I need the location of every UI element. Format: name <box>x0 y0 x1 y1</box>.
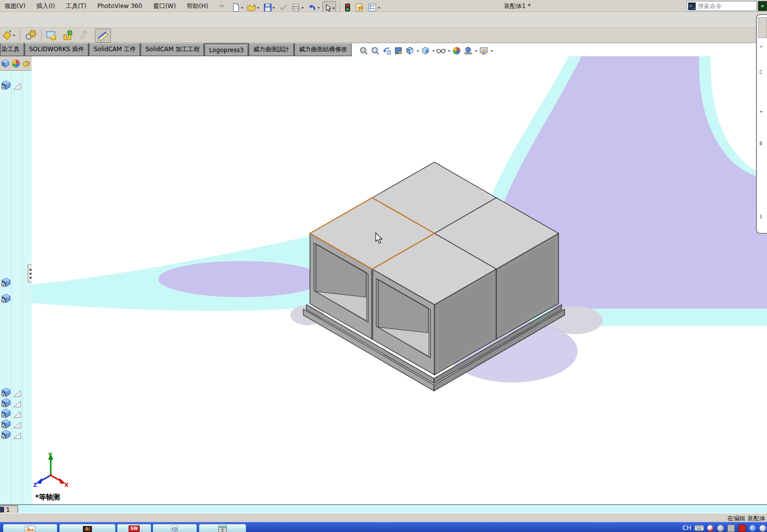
task-pane-header <box>758 17 767 38</box>
insert-component-button[interactable]: ▾ <box>2 29 16 42</box>
system-tray: CH <box>683 523 766 532</box>
taskbar-app-illustrator[interactable]: Ai <box>59 524 116 532</box>
keyboard-icon[interactable] <box>695 525 704 531</box>
component-icon[interactable] <box>1 294 11 304</box>
zoom-to-area-icon <box>371 46 380 55</box>
edit-appearance-button[interactable] <box>452 46 462 56</box>
plane-icon[interactable] <box>13 410 23 420</box>
previous-view-button[interactable] <box>382 46 392 56</box>
search-icon: >_ <box>688 3 696 10</box>
active-tool-icon <box>96 30 109 41</box>
edit-appearance-icon <box>452 46 461 55</box>
zoom-to-fit-button[interactable] <box>359 46 369 56</box>
tab-solidcam-operations[interactable]: SolidCAM 加工工程 <box>141 43 204 56</box>
tab-logopress3[interactable]: Logopress3 <box>204 45 248 56</box>
move-component-icon <box>62 30 74 41</box>
view-orientation-button[interactable] <box>405 46 415 56</box>
mate-button[interactable] <box>24 29 38 42</box>
display-style-icon <box>421 46 430 55</box>
tray-icon-blue-sphere[interactable] <box>749 525 756 531</box>
status-bar: 在编辑 装配体 <box>0 513 767 522</box>
heads-up-toolbar: ▾ ▾ ▾ ▾ ▾ <box>359 45 493 56</box>
component-icon[interactable] <box>1 278 11 288</box>
component-icon[interactable] <box>1 409 11 419</box>
move-component-button[interactable] <box>61 29 75 42</box>
component-preview-button[interactable] <box>45 29 59 42</box>
insert-component-icon <box>3 30 13 41</box>
tray-icon-camera[interactable] <box>717 525 724 531</box>
view-orientation-dropdown[interactable]: ▾ <box>417 49 419 53</box>
disabled-icon <box>279 3 288 12</box>
feature-tree-tab[interactable] <box>1 59 10 68</box>
zoom-to-area-button[interactable] <box>370 46 380 56</box>
tab-power-surface-edit[interactable]: 威力曲面結構修改 <box>294 43 352 56</box>
section-view-button[interactable] <box>393 46 403 56</box>
apply-scene-button[interactable] <box>463 46 473 56</box>
tab-solidcam-part[interactable]: SolidCAM 工件 <box>89 43 140 56</box>
task-pane[interactable]: = C ≡ B 3 <box>756 14 767 234</box>
component-icon[interactable] <box>1 398 11 408</box>
display-style-button[interactable] <box>420 46 430 56</box>
plane-icon[interactable] <box>13 399 23 409</box>
view-settings-button[interactable] <box>479 46 489 56</box>
assembly-toolbar: ▾ <box>0 28 767 43</box>
disabled-tool-icon <box>78 30 89 41</box>
windows-taskbar: Ai SW CH <box>0 522 767 532</box>
menu-view[interactable]: 视图(V) <box>0 0 30 13</box>
view-settings-dropdown[interactable]: ▾ <box>491 49 493 53</box>
component-icon[interactable] <box>1 387 11 397</box>
graphics-viewport[interactable]: Y X Z <box>32 56 767 504</box>
model-tab-icon <box>1 507 4 512</box>
component-icon[interactable] <box>1 80 11 90</box>
plane-icon[interactable] <box>13 81 23 91</box>
taskbar-app-disc-document[interactable] <box>153 524 197 532</box>
apply-scene-dropdown[interactable]: ▾ <box>475 49 477 53</box>
scene-lavender-streak <box>158 261 324 297</box>
taskbar-app-file-manager[interactable] <box>199 524 246 532</box>
hide-show-dropdown[interactable]: ▾ <box>448 49 450 53</box>
display-manager-tab[interactable] <box>11 59 21 68</box>
view-orientation-label: *等轴测 <box>35 493 60 502</box>
save-icon <box>263 3 272 12</box>
print-icon <box>291 3 301 12</box>
menu-pin-icon[interactable]: ✑ <box>214 1 229 12</box>
tray-icon-printer[interactable] <box>727 524 735 532</box>
plane-icon[interactable] <box>13 420 23 430</box>
tab-solidworks-addins[interactable]: SOLIDWORKS 插件 <box>25 43 88 56</box>
feature-manager-panel: ◀ ◀ ◀ <box>0 56 32 504</box>
taskbar-app-solidworks[interactable]: SW <box>117 524 151 532</box>
command-search[interactable]: >_ 搜索命令 <box>687 1 757 11</box>
document-title: 装配体1 * <box>504 2 530 11</box>
command-tab-row: 染工具 SOLIDWORKS 插件 SolidCAM 工件 SolidCAM 加… <box>0 43 327 56</box>
previous-view-icon <box>382 46 391 55</box>
menu-photoview[interactable]: PhotoView 360 <box>93 1 147 12</box>
component-preview-icon <box>46 30 58 41</box>
plane-icon[interactable] <box>13 388 23 398</box>
titlebar-corner-icon[interactable]: ≡ <box>758 1 767 11</box>
menu-tools[interactable]: 工具(T) <box>61 0 91 13</box>
apply-scene-icon <box>464 46 473 55</box>
tray-icon-red-box[interactable] <box>738 524 746 532</box>
menu-help[interactable]: 帮助(H) <box>182 0 212 13</box>
menu-insert[interactable]: 插入(I) <box>32 0 59 13</box>
display-style-dropdown[interactable]: ▾ <box>432 49 434 53</box>
taskbar-app-image-viewer[interactable] <box>3 524 57 532</box>
section-view-icon <box>394 46 403 55</box>
component-icon[interactable] <box>1 430 11 440</box>
menu-window[interactable]: 窗口(W) <box>149 0 180 13</box>
illustrator-icon: Ai <box>83 526 92 532</box>
hide-show-items-button[interactable] <box>436 46 446 56</box>
cam-manager-tab[interactable] <box>22 59 31 68</box>
feature-panel-tabs <box>0 56 32 71</box>
select-cursor-icon <box>324 4 332 13</box>
component-icon[interactable] <box>1 419 11 429</box>
tray-icon-gray-sphere[interactable] <box>759 525 766 531</box>
image-viewer-icon <box>25 525 36 532</box>
active-tool-button[interactable] <box>95 29 111 43</box>
zoom-to-fit-icon <box>359 46 368 55</box>
language-indicator[interactable]: CH <box>683 524 691 531</box>
tab-render-tools[interactable]: 染工具 <box>0 43 24 56</box>
plane-icon[interactable] <box>13 431 23 441</box>
tray-icon-red-sphere[interactable] <box>707 525 714 531</box>
tab-power-surface-design[interactable]: 威力曲面設計 <box>249 43 294 56</box>
